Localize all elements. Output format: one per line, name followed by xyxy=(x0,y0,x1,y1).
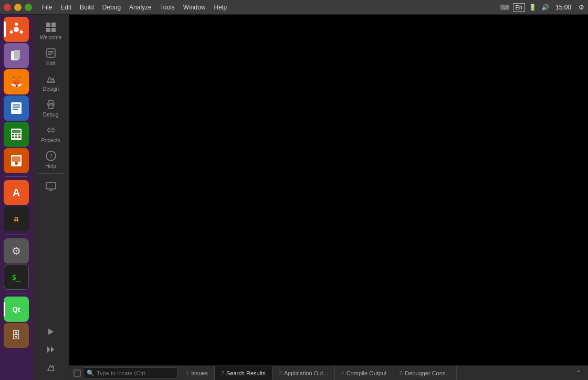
tab-num-4: 4 xyxy=(341,370,344,376)
svg-rect-17 xyxy=(15,136,17,138)
svg-rect-41 xyxy=(74,370,80,376)
svg-rect-31 xyxy=(49,100,53,103)
svg-marker-40 xyxy=(51,346,54,353)
menu-build[interactable]: Build xyxy=(76,2,98,13)
expand-button[interactable]: ⌃ xyxy=(573,368,584,378)
mode-debug[interactable]: Debug xyxy=(33,94,69,120)
tab-application-output[interactable]: 3 Application Out... xyxy=(272,366,335,380)
app-icon-writer[interactable] xyxy=(4,96,29,121)
menu-analyze[interactable]: Analyze xyxy=(125,2,156,13)
menu-edit[interactable]: Edit xyxy=(56,2,76,13)
statusbar: 🔍 1 Issues 2 Search Results 3 Applicatio… xyxy=(69,365,588,380)
tab-label-application-output: Application Out... xyxy=(284,370,328,376)
volume-icon: 🔊 xyxy=(541,3,550,12)
mode-edit[interactable]: Edit xyxy=(33,43,69,68)
mode-projects[interactable]: Projects xyxy=(33,120,69,145)
app-icon-terminal[interactable]: $_ xyxy=(4,265,29,290)
menu-help[interactable]: Help xyxy=(210,2,232,13)
edit-label: Edit xyxy=(46,60,55,66)
search-icon: 🔍 xyxy=(87,370,94,377)
design-label: Design xyxy=(43,86,59,92)
app-icon-appstore[interactable]: A xyxy=(4,180,29,205)
svg-rect-25 xyxy=(51,28,56,32)
help-icon: ? xyxy=(45,150,57,162)
mode-welcome[interactable]: Welcome xyxy=(33,17,69,43)
edit-icon xyxy=(45,47,57,59)
tab-num-1: 1 xyxy=(186,370,189,376)
menu-items: File Edit Build Debug Analyze Tools Wind… xyxy=(38,2,231,13)
welcome-icon xyxy=(45,21,57,34)
tab-debugger-console[interactable]: 5 Debugger Cons... xyxy=(393,366,457,380)
status-right: ⌃ xyxy=(569,368,588,378)
app-icon-files[interactable] xyxy=(4,43,29,68)
app-icon-amazon[interactable]: a xyxy=(4,206,29,231)
projects-label: Projects xyxy=(41,138,60,143)
menubar: File Edit Build Debug Analyze Tools Wind… xyxy=(0,0,588,15)
app-icon-qt-creator[interactable]: Qt xyxy=(4,297,29,322)
app-icon-calc[interactable] xyxy=(4,122,29,147)
svg-rect-8 xyxy=(13,104,20,105)
menubar-right: ⌨ En 🔋 🔊 15:00 ⚙ xyxy=(500,3,586,12)
welcome-label: Welcome xyxy=(40,35,62,40)
sidebar-separator-1 xyxy=(6,176,27,177)
help-label: Help xyxy=(45,163,56,169)
close-button[interactable] xyxy=(4,4,11,11)
svg-rect-35 xyxy=(46,183,56,189)
app-icon-ubuntu[interactable] xyxy=(4,17,29,42)
status-left: 🔍 xyxy=(69,367,180,379)
qt-action-buttons xyxy=(43,323,59,380)
language-badge[interactable]: En xyxy=(513,3,525,12)
locate-search-box[interactable]: 🔍 xyxy=(83,367,177,379)
build-button[interactable] xyxy=(43,359,59,376)
app-icon-firefox[interactable]: 🦊 xyxy=(4,69,29,94)
debug-run-button[interactable] xyxy=(43,341,59,358)
menu-file[interactable]: File xyxy=(38,2,56,13)
menu-tools[interactable]: Tools xyxy=(156,2,179,13)
svg-rect-13 xyxy=(12,134,14,135)
ubuntu-sidebar: 🦊 xyxy=(0,15,33,380)
svg-marker-39 xyxy=(47,346,50,353)
search-input[interactable] xyxy=(97,370,170,376)
sidebar-separator-3 xyxy=(6,293,27,293)
app-icon-system-settings[interactable]: ⚙ xyxy=(4,238,29,263)
mode-help[interactable]: ? Help xyxy=(33,145,69,171)
app-icon-impress[interactable] xyxy=(4,148,29,173)
svg-rect-18 xyxy=(18,136,20,138)
svg-marker-38 xyxy=(48,329,54,335)
app-icon-db[interactable]: 🗄 xyxy=(4,323,29,348)
svg-rect-10 xyxy=(13,109,18,110)
main-area: 🦊 xyxy=(0,15,588,380)
tab-label-debugger-console: Debugger Cons... xyxy=(405,370,450,376)
editor-area: 🔍 1 Issues 2 Search Results 3 Applicatio… xyxy=(69,15,588,380)
tab-search-results[interactable]: 2 Search Results xyxy=(215,366,272,380)
svg-rect-12 xyxy=(12,130,20,133)
svg-rect-14 xyxy=(15,134,17,135)
device-button[interactable] xyxy=(33,176,69,195)
svg-point-3 xyxy=(10,30,13,34)
tab-num-2: 2 xyxy=(221,370,224,376)
settings-icon[interactable]: ⚙ xyxy=(576,3,586,12)
maximize-button[interactable] xyxy=(25,4,32,11)
projects-icon xyxy=(45,124,57,136)
run-button[interactable] xyxy=(43,323,59,340)
menu-debug[interactable]: Debug xyxy=(98,2,125,13)
design-icon xyxy=(45,72,57,85)
status-tabs: 1 Issues 2 Search Results 3 Application … xyxy=(180,366,457,380)
clock-display: 15:00 xyxy=(555,4,571,11)
tab-issues[interactable]: 1 Issues xyxy=(180,366,215,380)
debug-icon xyxy=(45,98,57,111)
svg-rect-22 xyxy=(46,23,50,27)
menu-window[interactable]: Window xyxy=(179,2,210,13)
svg-rect-20 xyxy=(12,156,20,162)
status-toggle-button[interactable] xyxy=(71,367,83,379)
minimize-button[interactable] xyxy=(14,4,22,11)
mode-design[interactable]: Design xyxy=(33,68,69,94)
svg-rect-7 xyxy=(11,102,22,114)
tab-num-3: 3 xyxy=(279,370,282,376)
tab-compile-output[interactable]: 4 Compile Output xyxy=(335,366,394,380)
svg-rect-32 xyxy=(49,105,53,109)
tab-num-5: 5 xyxy=(400,370,403,376)
debug-label: Debug xyxy=(43,112,58,118)
menubar-left: File Edit Build Debug Analyze Tools Wind… xyxy=(2,2,231,13)
editor-canvas xyxy=(69,15,588,365)
